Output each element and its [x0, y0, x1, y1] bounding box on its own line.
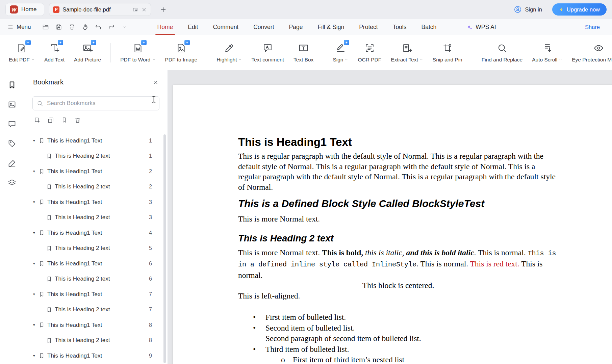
close-tab-icon[interactable] [141, 7, 147, 12]
mini-window-icon[interactable] [132, 7, 138, 12]
chevron-down-icon [345, 58, 348, 61]
ribbon-button-extract-text[interactable]: Extract Text [391, 43, 423, 63]
ribbon-button-add-text[interactable]: Add Text [44, 43, 65, 63]
close-panel-icon[interactable] [153, 79, 159, 85]
share-button[interactable]: Share [585, 24, 605, 30]
document-tab[interactable]: P Sample-doc-file.pdf [49, 3, 151, 16]
ribbon-button-sign[interactable]: Sign [333, 43, 348, 63]
bookmark-item[interactable]: ▾This is Heading1 Text6 [24, 256, 168, 271]
bookmark-icon [46, 184, 52, 190]
bookmark-label: This is Heading1 Text [47, 230, 149, 236]
panel-title: Bookmark [33, 78, 63, 86]
ribbon-button-pdf-to-word[interactable]: PDF to Word [120, 43, 155, 63]
new-tab-button[interactable] [160, 6, 167, 13]
snip-and-pin-icon [441, 43, 454, 54]
bookmark-item[interactable]: This is Heading 2 text5 [24, 241, 168, 256]
save-button[interactable] [53, 21, 65, 33]
ribbon-button-auto-scroll[interactable]: Auto Scroll [532, 43, 562, 63]
locate-bookmark-button[interactable] [59, 115, 70, 126]
ribbon-button-text-box[interactable]: Text Box [294, 43, 313, 63]
bookmark-panel-button[interactable] [7, 80, 17, 89]
collapse-triangle-icon[interactable]: ▾ [33, 138, 39, 143]
collapse-triangle-icon[interactable]: ▾ [33, 169, 39, 174]
menu-tab-fill-sign[interactable]: Fill & Sign [310, 19, 352, 35]
open-file-button[interactable] [40, 21, 51, 33]
redo-button[interactable] [106, 21, 117, 33]
ribbon-button-pdf-to-image[interactable]: PDF to Image [165, 43, 198, 63]
menu-button[interactable]: Menu [7, 24, 31, 30]
menu-tab-page[interactable]: Page [282, 19, 310, 35]
bookmark-page-number: 1 [149, 153, 152, 159]
bookmark-item[interactable]: ▾This is Heading1 Text1 [24, 133, 168, 149]
menu-tab-tools[interactable]: Tools [385, 19, 414, 35]
bookmark-item[interactable]: This is Heading 2 text8 [24, 333, 168, 348]
premium-badge-icon [91, 40, 96, 45]
bookmark-item[interactable]: This is Heading 2 text2 [24, 179, 168, 195]
collapse-triangle-icon[interactable]: ▾ [33, 261, 39, 266]
menu-tab-home[interactable]: Home [150, 19, 181, 35]
bookmark-label: This is Heading 2 text [55, 183, 149, 190]
bookmark-item[interactable]: This is Heading 2 text6 [24, 271, 168, 287]
menu-tab-convert[interactable]: Convert [246, 19, 281, 35]
pdf-to-word-icon [131, 43, 145, 54]
bullet-marker [253, 333, 265, 344]
ribbon-button-add-picture[interactable]: Add Picture [74, 43, 101, 63]
menu-tab-protect[interactable]: Protect [352, 19, 385, 35]
collapse-triangle-icon[interactable]: ▾ [33, 231, 39, 235]
wps-ai-button[interactable]: WPS AI [466, 24, 496, 31]
ribbon-button-edit-pdf[interactable]: Edit PDF [9, 43, 35, 63]
bookmark-icon [46, 307, 52, 313]
layers-panel-button[interactable] [7, 178, 17, 187]
ribbon-button-snip-and-pin[interactable]: Snip and Pin [433, 43, 462, 63]
tag-panel-button[interactable] [7, 139, 17, 148]
text-segment-red: This is red text. [470, 259, 519, 268]
ribbon-button-text-comment[interactable]: Text comment [251, 43, 284, 63]
bookmark-item[interactable]: ▾This is Heading1 Text4 [24, 225, 168, 241]
add-child-bookmark-button[interactable] [45, 115, 56, 126]
bookmark-item[interactable]: ▾This is Heading1 Text8 [24, 317, 168, 333]
ribbon-button-find-and-replace[interactable]: Find and Replace [482, 43, 523, 63]
home-tab[interactable]: W Home [5, 3, 44, 16]
more-actions-button[interactable] [119, 21, 130, 33]
ribbon-button-ocr-pdf[interactable]: OCR PDF [358, 43, 381, 63]
bookmark-tools [32, 115, 160, 126]
ribbon-button-highlight[interactable]: Highlight [216, 43, 242, 63]
comment-panel-button[interactable] [7, 120, 17, 129]
bookmark-search-box[interactable] [32, 96, 159, 110]
search-bookmarks-input[interactable] [46, 100, 155, 107]
delete-bookmark-button[interactable] [72, 115, 83, 126]
hand-icon [82, 24, 88, 30]
collapse-triangle-icon[interactable]: ▾ [33, 323, 39, 327]
bookmark-item[interactable]: This is Heading 2 text7 [24, 302, 168, 318]
menu-tab-batch[interactable]: Batch [414, 19, 444, 35]
upgrade-now-button[interactable]: Upgrade now [552, 3, 607, 16]
bookmark-label: This is Heading 2 text [55, 214, 149, 221]
bookmark-item[interactable]: ▾This is Heading1 Text9 [24, 348, 168, 364]
panel-scrollbar[interactable] [163, 134, 166, 363]
menu-tab-comment[interactable]: Comment [205, 19, 246, 35]
collapse-triangle-icon[interactable]: ▾ [33, 200, 39, 204]
thumbnail-panel-button[interactable] [7, 100, 17, 109]
bookmark-page-number: 8 [149, 322, 152, 328]
hand-tool-button[interactable] [79, 21, 91, 33]
bookmark-item[interactable]: ▾This is Heading1 Text3 [24, 194, 168, 210]
document-page[interactable]: This is Heading1 Text This is a regular … [173, 85, 612, 364]
sign-in-button[interactable]: Sign in [514, 5, 542, 14]
menu-tab-edit[interactable]: Edit [180, 19, 205, 35]
bookmark-item[interactable]: ▾This is Heading1 Text7 [24, 287, 168, 302]
bookmark-item[interactable]: This is Heading 2 text1 [24, 149, 168, 164]
ribbon-separator [207, 43, 207, 62]
bookmark-item[interactable]: This is Heading 2 text3 [24, 210, 168, 226]
print-button[interactable] [66, 21, 78, 33]
bookmark-icon [46, 153, 52, 159]
bookmark-item[interactable]: ▾This is Heading1 Text2 [24, 164, 168, 179]
collapse-triangle-icon[interactable]: ▾ [33, 354, 39, 358]
collapse-triangle-icon[interactable]: ▾ [33, 292, 39, 296]
add-bookmark-button[interactable] [32, 115, 43, 126]
bookmark-page-number: 3 [149, 199, 152, 205]
doc-left-aligned-text: This is left-aligned. [238, 291, 558, 301]
undo-button[interactable] [93, 21, 104, 33]
bookmark-page-number: 4 [149, 230, 152, 236]
signature-panel-button[interactable] [7, 159, 17, 168]
ribbon-button-eye-protection-mode[interactable]: Eye Protection Mode [572, 43, 612, 63]
